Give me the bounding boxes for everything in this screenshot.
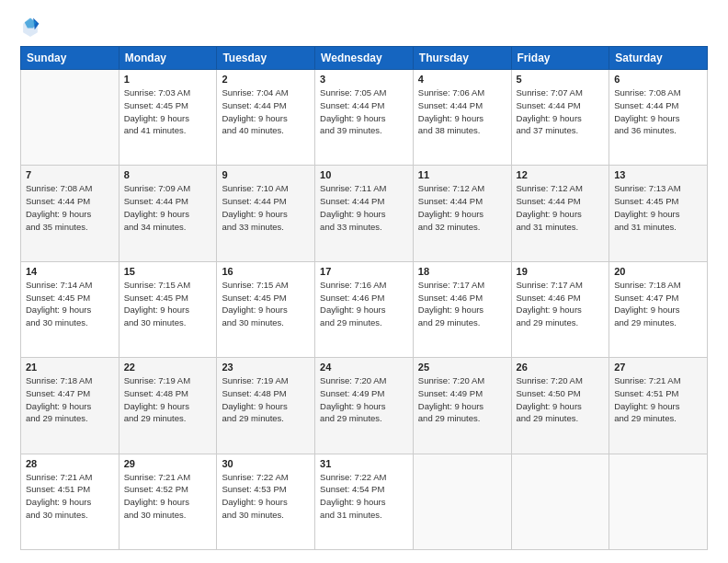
- calendar-week-row: 14Sunrise: 7:14 AMSunset: 4:45 PMDayligh…: [21, 261, 708, 357]
- day-info: Sunrise: 7:21 AMSunset: 4:51 PMDaylight:…: [26, 471, 114, 522]
- day-number: 1: [124, 74, 212, 85]
- calendar-week-row: 28Sunrise: 7:21 AMSunset: 4:51 PMDayligh…: [21, 454, 708, 549]
- calendar-cell: 12Sunrise: 7:12 AMSunset: 4:44 PMDayligh…: [511, 166, 609, 261]
- day-info: Sunrise: 7:08 AMSunset: 4:44 PMDaylight:…: [26, 182, 114, 233]
- day-number: 30: [222, 458, 310, 469]
- day-number: 3: [320, 74, 408, 85]
- day-number: 26: [517, 362, 605, 373]
- day-number: 5: [517, 74, 605, 85]
- day-number: 25: [418, 362, 506, 373]
- calendar-cell: 31Sunrise: 7:22 AMSunset: 4:54 PMDayligh…: [315, 454, 414, 549]
- day-info: Sunrise: 7:15 AMSunset: 4:45 PMDaylight:…: [222, 279, 310, 329]
- day-info: Sunrise: 7:09 AMSunset: 4:44 PMDaylight:…: [124, 182, 212, 233]
- calendar-cell: 27Sunrise: 7:21 AMSunset: 4:51 PMDayligh…: [609, 358, 708, 454]
- calendar-cell: 1Sunrise: 7:03 AMSunset: 4:45 PMDaylight…: [119, 70, 217, 166]
- calendar-cell: 14Sunrise: 7:14 AMSunset: 4:45 PMDayligh…: [21, 261, 119, 357]
- day-info: Sunrise: 7:12 AMSunset: 4:44 PMDaylight:…: [517, 182, 605, 233]
- calendar-cell: 24Sunrise: 7:20 AMSunset: 4:49 PMDayligh…: [315, 358, 414, 454]
- day-info: Sunrise: 7:21 AMSunset: 4:51 PMDaylight:…: [614, 374, 702, 425]
- weekday-header: Monday: [119, 47, 217, 70]
- calendar-cell: 9Sunrise: 7:10 AMSunset: 4:44 PMDaylight…: [217, 166, 315, 261]
- day-info: Sunrise: 7:07 AMSunset: 4:44 PMDaylight:…: [517, 86, 605, 137]
- day-info: Sunrise: 7:18 AMSunset: 4:47 PMDaylight:…: [26, 374, 114, 425]
- day-info: Sunrise: 7:13 AMSunset: 4:45 PMDaylight:…: [614, 182, 702, 233]
- day-info: Sunrise: 7:04 AMSunset: 4:44 PMDaylight:…: [222, 86, 310, 137]
- calendar-cell: 7Sunrise: 7:08 AMSunset: 4:44 PMDaylight…: [21, 166, 119, 261]
- day-number: 4: [418, 74, 506, 85]
- calendar-table: SundayMondayTuesdayWednesdayThursdayFrid…: [20, 46, 708, 550]
- day-info: Sunrise: 7:17 AMSunset: 4:46 PMDaylight:…: [517, 279, 605, 329]
- weekday-header: Wednesday: [315, 47, 414, 70]
- weekday-header: Saturday: [609, 47, 708, 70]
- day-info: Sunrise: 7:16 AMSunset: 4:46 PMDaylight:…: [320, 279, 408, 329]
- day-number: 24: [320, 362, 408, 373]
- calendar-cell: 22Sunrise: 7:19 AMSunset: 4:48 PMDayligh…: [119, 358, 217, 454]
- day-info: Sunrise: 7:19 AMSunset: 4:48 PMDaylight:…: [124, 374, 212, 425]
- day-number: 29: [124, 458, 212, 469]
- calendar-cell: 15Sunrise: 7:15 AMSunset: 4:45 PMDayligh…: [119, 261, 217, 357]
- calendar-week-row: 1Sunrise: 7:03 AMSunset: 4:45 PMDaylight…: [21, 70, 708, 166]
- logo-icon: [20, 17, 40, 37]
- calendar-cell: 18Sunrise: 7:17 AMSunset: 4:46 PMDayligh…: [413, 261, 511, 357]
- calendar-cell: 20Sunrise: 7:18 AMSunset: 4:47 PMDayligh…: [609, 261, 708, 357]
- day-number: 31: [320, 458, 408, 469]
- day-info: Sunrise: 7:11 AMSunset: 4:44 PMDaylight:…: [320, 182, 408, 233]
- day-info: Sunrise: 7:21 AMSunset: 4:52 PMDaylight:…: [124, 471, 212, 522]
- day-number: 19: [517, 266, 605, 277]
- calendar-cell: 6Sunrise: 7:08 AMSunset: 4:44 PMDaylight…: [609, 70, 708, 166]
- calendar-week-row: 21Sunrise: 7:18 AMSunset: 4:47 PMDayligh…: [21, 358, 708, 454]
- calendar-cell: 5Sunrise: 7:07 AMSunset: 4:44 PMDaylight…: [511, 70, 609, 166]
- calendar-cell: 10Sunrise: 7:11 AMSunset: 4:44 PMDayligh…: [315, 166, 414, 261]
- calendar-cell: [21, 70, 119, 166]
- calendar-cell: 8Sunrise: 7:09 AMSunset: 4:44 PMDaylight…: [119, 166, 217, 261]
- day-number: 2: [222, 74, 310, 85]
- day-info: Sunrise: 7:05 AMSunset: 4:44 PMDaylight:…: [320, 86, 408, 137]
- calendar-cell: 28Sunrise: 7:21 AMSunset: 4:51 PMDayligh…: [21, 454, 119, 549]
- day-info: Sunrise: 7:17 AMSunset: 4:46 PMDaylight:…: [418, 279, 506, 329]
- day-info: Sunrise: 7:22 AMSunset: 4:54 PMDaylight:…: [320, 471, 408, 522]
- logo: [20, 17, 44, 37]
- day-number: 13: [614, 169, 702, 180]
- calendar-cell: 16Sunrise: 7:15 AMSunset: 4:45 PMDayligh…: [217, 261, 315, 357]
- day-info: Sunrise: 7:08 AMSunset: 4:44 PMDaylight:…: [614, 86, 702, 137]
- day-info: Sunrise: 7:22 AMSunset: 4:53 PMDaylight:…: [222, 471, 310, 522]
- day-info: Sunrise: 7:20 AMSunset: 4:50 PMDaylight:…: [517, 374, 605, 425]
- day-number: 12: [517, 169, 605, 180]
- calendar-cell: 3Sunrise: 7:05 AMSunset: 4:44 PMDaylight…: [315, 70, 414, 166]
- weekday-header: Thursday: [413, 47, 511, 70]
- day-number: 16: [222, 266, 310, 277]
- day-info: Sunrise: 7:03 AMSunset: 4:45 PMDaylight:…: [124, 86, 212, 137]
- day-number: 23: [222, 362, 310, 373]
- calendar-cell: 13Sunrise: 7:13 AMSunset: 4:45 PMDayligh…: [609, 166, 708, 261]
- day-number: 22: [124, 362, 212, 373]
- calendar-cell: [511, 454, 609, 549]
- day-number: 21: [26, 362, 114, 373]
- day-info: Sunrise: 7:10 AMSunset: 4:44 PMDaylight:…: [222, 182, 310, 233]
- day-number: 28: [26, 458, 114, 469]
- page-header: [20, 17, 708, 37]
- calendar-cell: 11Sunrise: 7:12 AMSunset: 4:44 PMDayligh…: [413, 166, 511, 261]
- calendar-cell: 30Sunrise: 7:22 AMSunset: 4:53 PMDayligh…: [217, 454, 315, 549]
- day-number: 8: [124, 169, 212, 180]
- day-number: 18: [418, 266, 506, 277]
- calendar-cell: 17Sunrise: 7:16 AMSunset: 4:46 PMDayligh…: [315, 261, 414, 357]
- day-info: Sunrise: 7:19 AMSunset: 4:48 PMDaylight:…: [222, 374, 310, 425]
- day-number: 27: [614, 362, 702, 373]
- weekday-header: Tuesday: [217, 47, 315, 70]
- day-number: 14: [26, 266, 114, 277]
- calendar-cell: 2Sunrise: 7:04 AMSunset: 4:44 PMDaylight…: [217, 70, 315, 166]
- day-number: 17: [320, 266, 408, 277]
- calendar-cell: 4Sunrise: 7:06 AMSunset: 4:44 PMDaylight…: [413, 70, 511, 166]
- calendar-header-row: SundayMondayTuesdayWednesdayThursdayFrid…: [21, 47, 708, 70]
- day-info: Sunrise: 7:12 AMSunset: 4:44 PMDaylight:…: [418, 182, 506, 233]
- calendar-cell: [609, 454, 708, 549]
- calendar-cell: 19Sunrise: 7:17 AMSunset: 4:46 PMDayligh…: [511, 261, 609, 357]
- weekday-header: Sunday: [21, 47, 119, 70]
- day-number: 9: [222, 169, 310, 180]
- day-info: Sunrise: 7:20 AMSunset: 4:49 PMDaylight:…: [418, 374, 506, 425]
- calendar-week-row: 7Sunrise: 7:08 AMSunset: 4:44 PMDaylight…: [21, 166, 708, 261]
- day-number: 7: [26, 169, 114, 180]
- day-info: Sunrise: 7:14 AMSunset: 4:45 PMDaylight:…: [26, 279, 114, 329]
- day-number: 10: [320, 169, 408, 180]
- day-info: Sunrise: 7:20 AMSunset: 4:49 PMDaylight:…: [320, 374, 408, 425]
